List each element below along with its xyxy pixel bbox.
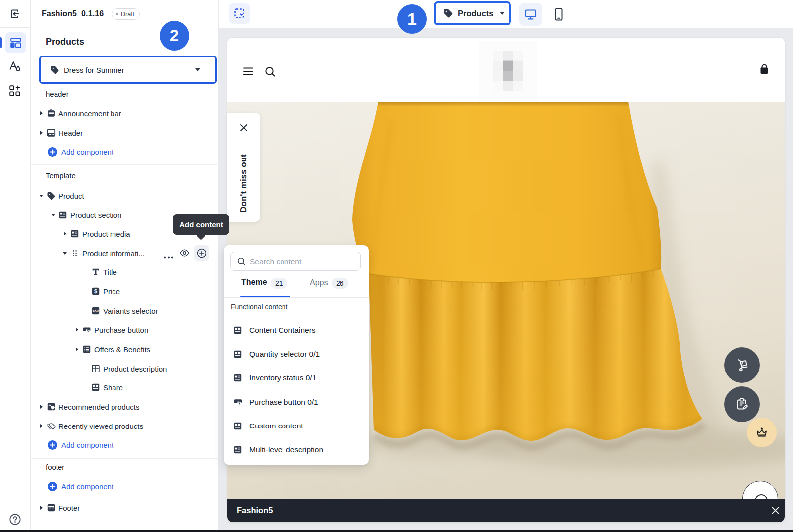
- svg-text:$: $: [94, 288, 97, 294]
- svg-text:SKU: SKU: [93, 309, 99, 312]
